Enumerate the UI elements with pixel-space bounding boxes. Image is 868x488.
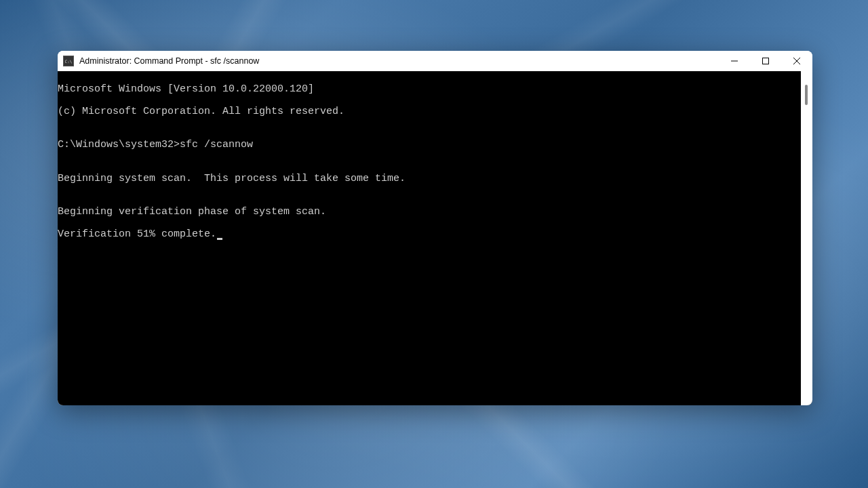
close-button[interactable] [781, 51, 812, 71]
terminal-line: Verification 51% complete. [58, 229, 801, 241]
window-titlebar[interactable]: Administrator: Command Prompt - sfc /sca… [58, 51, 812, 71]
terminal-area[interactable]: Microsoft Windows [Version 10.0.22000.12… [58, 71, 812, 405]
maximize-button[interactable] [750, 51, 781, 71]
window-title: Administrator: Command Prompt - sfc /sca… [79, 56, 719, 66]
svg-rect-1 [763, 58, 769, 64]
terminal-line: (c) Microsoft Corporation. All rights re… [58, 106, 801, 118]
cmd-icon [63, 56, 74, 66]
scrollbar-thumb[interactable] [805, 85, 808, 105]
close-icon [793, 58, 800, 64]
window-controls [719, 51, 812, 71]
terminal-line: Beginning system scan. This process will… [58, 174, 801, 185]
terminal-line: Microsoft Windows [Version 10.0.22000.12… [58, 84, 801, 96]
maximize-icon [762, 58, 769, 64]
minimize-icon [731, 58, 738, 64]
terminal-output: Microsoft Windows [Version 10.0.22000.12… [58, 71, 801, 405]
terminal-line: C:\Windows\system32>sfc /scannow [58, 140, 801, 151]
terminal-cursor [217, 238, 222, 240]
terminal-line: Beginning verification phase of system s… [58, 207, 801, 218]
command-prompt-window: Administrator: Command Prompt - sfc /sca… [58, 51, 812, 405]
terminal-scrollbar[interactable] [801, 71, 812, 405]
minimize-button[interactable] [719, 51, 750, 71]
